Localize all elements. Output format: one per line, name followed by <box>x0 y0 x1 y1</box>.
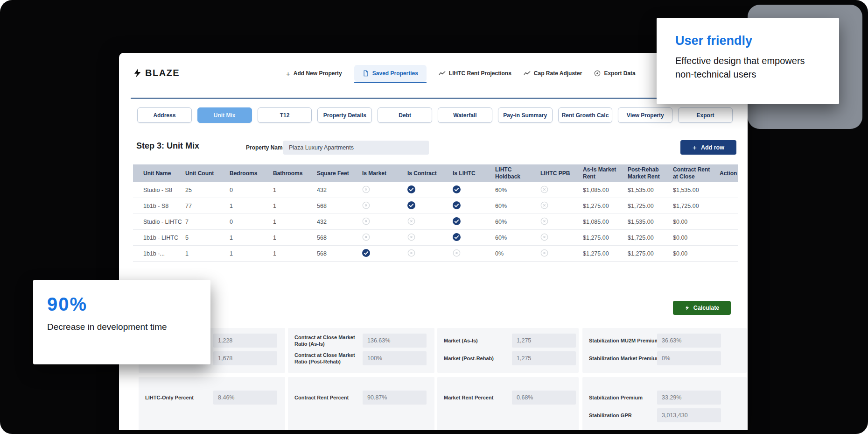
x-icon[interactable] <box>540 233 548 241</box>
tab-address[interactable]: Address <box>137 107 192 123</box>
tab-waterfall[interactable]: Waterfall <box>438 107 492 123</box>
metric-input-market-post-rehab[interactable] <box>512 351 576 365</box>
metric-input-value[interactable] <box>213 351 277 365</box>
metric-input-contract-at-close-market-ratio-post-rehab[interactable] <box>363 351 427 365</box>
metric-input-stabilization-market-premium[interactable] <box>657 351 721 365</box>
metric-label-market-post-rehab: Market (Post-Rehab) <box>444 355 512 362</box>
check-icon[interactable] <box>453 233 461 241</box>
column-header-as-is-market-rent: As-Is Market Rent <box>583 166 628 180</box>
cell-is-contract <box>407 201 453 211</box>
metric-input-contract-rent-percent[interactable] <box>363 391 427 405</box>
x-icon[interactable] <box>540 249 548 257</box>
check-icon[interactable] <box>362 249 370 257</box>
tab-debt[interactable]: Debt <box>378 107 432 123</box>
metric-input-stabilization-premium[interactable] <box>657 391 721 405</box>
nav-item-label: LIHTC Rent Projections <box>449 70 511 77</box>
cell-lihtc-holdback: 0% <box>495 250 540 257</box>
x-icon[interactable] <box>453 249 461 257</box>
x-icon[interactable] <box>362 233 370 241</box>
trend-icon <box>524 71 531 76</box>
x-icon[interactable] <box>407 233 415 241</box>
cell-bathrooms: 1 <box>273 235 317 241</box>
cell-post-rehab-market-rent: $1,725.00 <box>628 235 673 241</box>
add-row-label: Add row <box>701 144 724 151</box>
tab-export[interactable]: Export <box>678 107 733 123</box>
x-icon[interactable] <box>540 201 548 209</box>
column-header-lihtc-ppb: LIHTC PPB <box>540 170 583 177</box>
x-icon[interactable] <box>362 201 370 209</box>
metric-input-lihtc-only-percent[interactable] <box>213 391 277 405</box>
check-icon[interactable] <box>407 185 415 193</box>
x-icon[interactable] <box>407 249 415 257</box>
cell-as-is-market-rent: $1,085.00 <box>583 219 628 225</box>
metric-input-stabilization-gpr[interactable] <box>657 408 721 422</box>
x-icon[interactable] <box>407 217 415 225</box>
cell-square-feet: 432 <box>317 187 362 193</box>
cell-bathrooms: 1 <box>273 203 317 209</box>
nav-item-saved-properties[interactable]: Saved Properties <box>354 65 427 82</box>
cell-lihtc-ppb <box>540 233 583 242</box>
check-icon[interactable] <box>407 201 415 209</box>
bolt-icon <box>133 67 142 79</box>
table-row: 1b1b -...1115680%$1,275.00$1,275.00$0.00 <box>133 246 738 262</box>
cell-unit-name: 1b1b - S8 <box>143 203 185 209</box>
metric-input-value[interactable] <box>213 334 277 348</box>
cell-is-lihtc <box>453 185 495 195</box>
x-icon[interactable] <box>540 217 548 225</box>
cell-lihtc-holdback: 60% <box>495 187 540 193</box>
tab-pay-in-summary[interactable]: Pay-in Summary <box>498 107 553 123</box>
column-header-is-market: Is Market <box>362 170 407 177</box>
cell-post-rehab-market-rent: $1,275.00 <box>628 250 673 257</box>
metric-label-lihtc-only-percent: LIHTC-Only Percent <box>145 394 213 401</box>
nav-item-lihtc-rent-projections[interactable]: LIHTC Rent Projections <box>439 70 511 77</box>
cell-post-rehab-market-rent: $1,535.00 <box>628 219 673 225</box>
cell-unit-name: 1b1b -... <box>143 250 185 257</box>
nav-item-cap-rate-adjuster[interactable]: Cap Rate Adjuster <box>524 70 582 77</box>
nav-item-add-new-property[interactable]: +Add New Property <box>286 70 342 77</box>
cell-unit-count: 1 <box>185 250 230 257</box>
metric-field: Contract at Close Market Ratio (Post-Reh… <box>288 351 434 365</box>
metric-label-stabilization-premium: Stabilization Premium <box>589 394 657 401</box>
table-body: Studio - S8250143260%$1,085.00$1,535.00$… <box>133 182 738 262</box>
check-icon[interactable] <box>453 201 461 209</box>
metric-input-market-as-is[interactable] <box>512 334 576 348</box>
add-row-button[interactable]: + Add row <box>680 140 736 155</box>
tab-rent-growth-calc[interactable]: Rent Growth Calc <box>558 107 613 123</box>
metric-field: Stabilization Market Premium <box>582 351 747 365</box>
metric-input-stabilization-mu2m-premium[interactable] <box>657 334 721 348</box>
user-friendly-body: Effective design that empowers non-techn… <box>675 54 821 81</box>
stat-card: 90% Decrease in development time <box>33 280 210 364</box>
cell-contract-rent-at-close: $0.00 <box>673 250 720 257</box>
cell-as-is-market-rent: $1,085.00 <box>583 187 628 193</box>
column-header-bathrooms: Bathrooms <box>273 170 317 177</box>
tab-property-details[interactable]: Property Details <box>317 107 372 123</box>
calculate-button[interactable]: Calculate <box>673 301 731 315</box>
metric-label-contract-at-close-market-ratio-as-is: Contract at Close Market Ratio (As-Is) <box>294 334 363 348</box>
cell-contract-rent-at-close: $0.00 <box>673 235 720 241</box>
x-icon[interactable] <box>362 185 370 193</box>
x-icon[interactable] <box>540 185 548 193</box>
metric-label-contract-at-close-market-ratio-post-rehab: Contract at Close Market Ratio (Post-Reh… <box>294 352 363 365</box>
metric-input-contract-at-close-market-ratio-as-is[interactable] <box>363 334 427 348</box>
metrics-panel: Market (As-Is)Market (Post-Rehab) <box>437 328 579 373</box>
metric-input-market-rent-percent[interactable] <box>512 391 576 405</box>
check-icon[interactable] <box>453 217 461 225</box>
tab-t12[interactable]: T12 <box>258 107 312 123</box>
check-icon[interactable] <box>453 185 461 193</box>
metric-label-stabilization-market-premium: Stabilization Market Premium <box>589 355 657 362</box>
header-divider <box>131 98 744 99</box>
x-icon[interactable] <box>362 217 370 225</box>
column-header-is-contract: Is Contract <box>407 170 453 177</box>
cell-bedrooms: 1 <box>230 235 273 241</box>
metric-label-contract-rent-percent: Contract Rent Percent <box>294 394 363 401</box>
cell-is-lihtc <box>453 249 495 258</box>
column-header-action: Action <box>720 170 738 177</box>
column-header-bedrooms: Bedrooms <box>230 170 273 177</box>
nav-item-export-data[interactable]: Export Data <box>594 70 635 77</box>
property-name-input[interactable] <box>283 141 429 155</box>
cell-is-market <box>362 233 407 242</box>
metric-field: Market (Post-Rehab) <box>437 351 579 365</box>
tab-unit-mix[interactable]: Unit Mix <box>197 107 252 123</box>
tab-view-property[interactable]: View Property <box>618 107 672 123</box>
cell-square-feet: 432 <box>317 219 362 225</box>
